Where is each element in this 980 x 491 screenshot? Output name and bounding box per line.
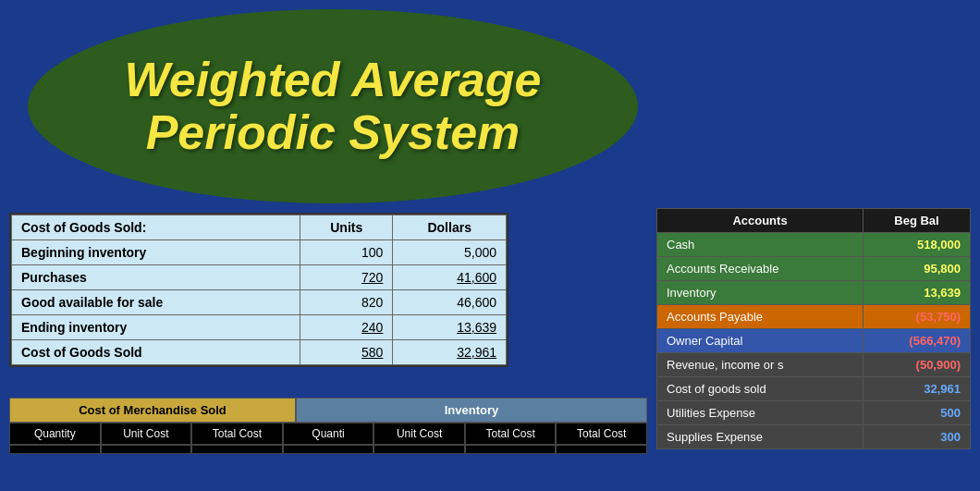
account-name-8: Supplies Expense: [657, 425, 864, 449]
accounts-header-begbal: Beg Bal: [864, 209, 971, 233]
account-name-6: Cost of goods sold: [657, 377, 864, 401]
accounts-row-4: Owner Capital(566,470): [657, 329, 971, 353]
cogs-header-units: Units: [300, 215, 393, 240]
header-line1: Weighted Average: [125, 53, 542, 106]
sub-header-6: Total Cost: [556, 423, 647, 445]
data-col-2: [101, 445, 192, 454]
cogs-row-label-3: Ending inventory: [12, 315, 300, 340]
account-value-0: 518,000: [864, 233, 971, 257]
cogs-row-label-4: Cost of Goods Sold: [12, 340, 300, 365]
accounts-row-6: Cost of goods sold32,961: [657, 377, 971, 401]
account-value-8: 300: [864, 425, 971, 449]
data-col-1: [9, 445, 101, 454]
account-value-5: (50,900): [864, 353, 971, 377]
account-name-0: Cash: [657, 233, 864, 257]
cogs-row-dollars-0: 5,000: [393, 240, 507, 265]
account-name-4: Owner Capital: [657, 329, 864, 353]
cogs-row-label-0: Beginning inventory: [12, 240, 300, 265]
accounts-row-3: Accounts Payable(53,750): [657, 305, 971, 329]
cogs-row-dollars-2: 46,600: [393, 290, 507, 315]
data-col-3: [191, 445, 283, 454]
data-col-7: [556, 445, 647, 454]
cogs-row-label-1: Purchases: [12, 265, 300, 290]
account-value-2: 13,639: [864, 281, 971, 305]
bottom-table-container: Cost of Merchandise Sold Inventory Quant…: [9, 398, 647, 454]
bottom-left-header: Cost of Merchandise Sold: [9, 398, 296, 423]
bottom-sub-headers: QuantityUnit CostTotal CostQuantiUnit Co…: [9, 423, 647, 445]
data-col-5: [374, 445, 465, 454]
cogs-row-dollars-4: 32,961: [393, 340, 507, 365]
cogs-row-units-0: 100: [300, 240, 393, 265]
accounts-table-container: Accounts Beg Bal Cash518,000Accounts Rec…: [656, 208, 971, 449]
header-line2: Periodic System: [146, 105, 521, 159]
account-name-5: Revenue, income or s: [657, 353, 864, 377]
accounts-table: Accounts Beg Bal Cash518,000Accounts Rec…: [656, 208, 971, 449]
accounts-row-0: Cash518,000: [657, 233, 971, 257]
cogs-row-units-2: 820: [300, 290, 393, 315]
account-value-4: (566,470): [864, 329, 971, 353]
sub-header-2: Total Cost: [191, 423, 283, 445]
accounts-row-2: Inventory13,639: [657, 281, 971, 305]
accounts-header-account: Accounts: [657, 209, 864, 233]
cogs-row-units-4: 580: [300, 340, 393, 365]
account-name-3: Accounts Payable: [657, 305, 864, 329]
sub-header-4: Unit Cost: [374, 423, 465, 445]
sub-header-3: Quanti: [283, 423, 374, 445]
accounts-row-1: Accounts Receivable95,800: [657, 257, 971, 281]
bottom-right-header: Inventory: [296, 398, 647, 423]
sub-header-5: Total Cost: [465, 423, 557, 445]
sub-header-0: Quantity: [9, 423, 101, 445]
account-name-7: Utilities Expense: [657, 401, 864, 425]
header-oval: Weighted Average Periodic System: [28, 9, 638, 203]
cogs-header-label: Cost of Goods Sold:: [12, 215, 300, 240]
accounts-row-5: Revenue, income or s(50,900): [657, 353, 971, 377]
account-value-1: 95,800: [864, 257, 971, 281]
accounts-row-8: Supplies Expense300: [657, 425, 971, 449]
account-value-6: 32,961: [864, 377, 971, 401]
data-col-6: [465, 445, 557, 454]
cogs-row-label-2: Good available for sale: [12, 290, 300, 315]
cogs-row-units-1: 720: [300, 265, 393, 290]
account-name-1: Accounts Receivable: [657, 257, 864, 281]
cogs-row-dollars-3: 13,639: [393, 315, 507, 340]
account-name-2: Inventory: [657, 281, 864, 305]
data-col-4: [283, 445, 374, 454]
account-value-7: 500: [864, 401, 971, 425]
cogs-table: Cost of Goods Sold: Units Dollars Beginn…: [11, 215, 507, 365]
sub-header-1: Unit Cost: [101, 423, 192, 445]
account-value-3: (53,750): [864, 305, 971, 329]
cogs-row-units-3: 240: [300, 315, 393, 340]
bottom-header-row: Cost of Merchandise Sold Inventory: [9, 398, 647, 423]
accounts-row-7: Utilities Expense500: [657, 401, 971, 425]
cogs-table-container: Cost of Goods Sold: Units Dollars Beginn…: [9, 213, 508, 367]
bottom-data-row: [9, 445, 647, 454]
cogs-header-dollars: Dollars: [393, 215, 507, 240]
header-title: Weighted Average Periodic System: [88, 54, 579, 159]
cogs-row-dollars-1: 41,600: [393, 265, 507, 290]
